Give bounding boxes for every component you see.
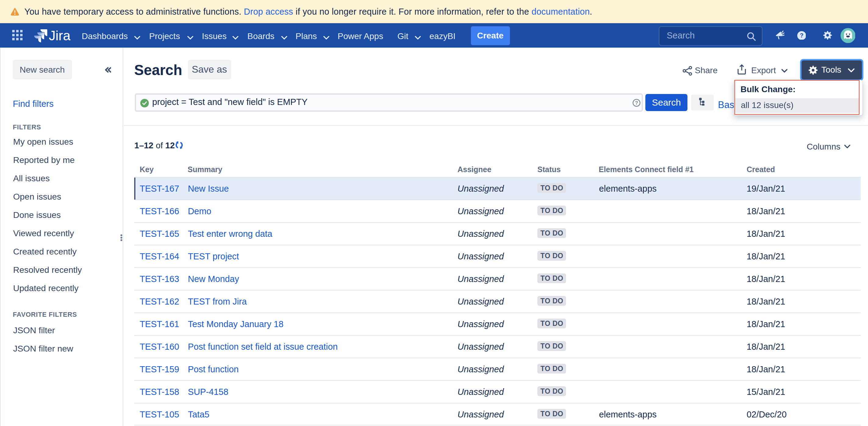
svg-text:?: ? — [635, 100, 638, 106]
svg-text:?: ? — [800, 32, 803, 39]
